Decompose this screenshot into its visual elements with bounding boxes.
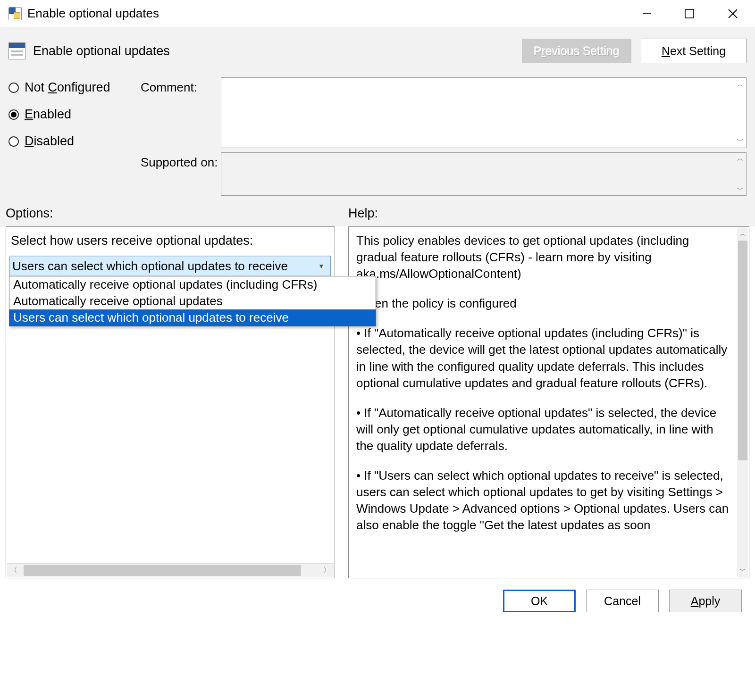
radio-icon [8,136,19,147]
scroll-up-icon[interactable]: ︿ [735,79,746,90]
help-p4: • If "Automatically receive optional upd… [356,405,729,454]
options-dropdown-label: Select how users receive optional update… [6,227,335,256]
dropdown-option[interactable]: Automatically receive optional updates (… [9,276,376,293]
policy-header-area: Enable optional updates Previous Setting… [0,27,755,200]
dialog-footer: OK Cancel Apply [0,578,755,612]
radio-label: Enabled [25,107,71,122]
svg-rect-1 [685,9,694,18]
dropdown-option[interactable]: Automatically receive optional updates [9,293,376,309]
radio-disabled[interactable]: Disabled [8,134,141,149]
supported-on-label: Supported on: [141,152,221,170]
app-icon [8,7,22,20]
radio-enabled[interactable]: Enabled [8,107,141,122]
scroll-down-icon[interactable]: ﹀ [735,184,746,195]
panel-headers: Options: Help: [0,200,755,226]
next-setting-button[interactable]: Next Setting [641,39,747,63]
radio-label: Not Configured [25,80,110,95]
radio-icon [8,83,19,93]
options-dropdown[interactable]: Users can select which optional updates … [9,256,331,276]
help-p2: When the policy is configured [356,295,729,312]
help-panel: This policy enables devices to get optio… [348,226,749,578]
policy-icon [8,42,25,59]
scroll-down-icon[interactable]: ﹀ [737,564,748,577]
comment-label: Comment: [141,77,221,95]
help-p5: • If "Users can select which optional up… [356,467,729,533]
help-p3: • If "Automatically receive optional upd… [356,325,729,391]
chevron-down-icon: ▼ [312,262,330,270]
dropdown-selected-value: Users can select which optional updates … [9,259,312,274]
radio-icon [8,109,19,120]
previous-setting-button: Previous Setting [522,39,631,63]
dropdown-option[interactable]: Users can select which optional updates … [9,309,376,326]
radio-not-configured[interactable]: Not Configured [8,80,141,95]
scroll-up-icon[interactable]: ︿ [737,227,748,241]
help-header: Help: [348,206,747,221]
ok-button[interactable]: OK [503,590,576,612]
options-header: Options: [6,206,348,221]
minimize-button[interactable] [626,0,668,27]
window-title: Enable optional updates [27,6,626,21]
help-vertical-scrollbar[interactable]: ︿ ﹀ [737,227,748,577]
supported-on-field: ︿ ﹀ [221,152,747,196]
options-horizontal-scrollbar[interactable]: 〈 〉 [7,563,334,577]
scrollbar-thumb[interactable] [24,565,301,576]
scroll-down-icon[interactable]: ﹀ [735,135,746,147]
scroll-left-icon[interactable]: 〈 [7,564,21,577]
scrollbar-track[interactable] [737,241,748,564]
scrollbar-thumb[interactable] [738,241,747,460]
radio-label: Disabled [25,134,74,149]
help-p1: This policy enables devices to get optio… [356,233,729,282]
apply-button[interactable]: Apply [669,590,742,612]
maximize-button[interactable] [668,0,711,27]
help-text: This policy enables devices to get optio… [349,227,749,578]
titlebar: Enable optional updates [0,0,755,27]
policy-name: Enable optional updates [33,44,170,58]
scroll-right-icon[interactable]: 〉 [320,564,334,577]
scroll-up-icon[interactable]: ︿ [735,153,746,164]
comment-field[interactable]: ︿ ﹀ [221,77,747,148]
cancel-button[interactable]: Cancel [586,590,659,612]
options-panel: Select how users receive optional update… [6,226,335,578]
window-controls [626,0,755,27]
close-button[interactable] [711,0,755,27]
scrollbar-track[interactable] [21,564,320,577]
